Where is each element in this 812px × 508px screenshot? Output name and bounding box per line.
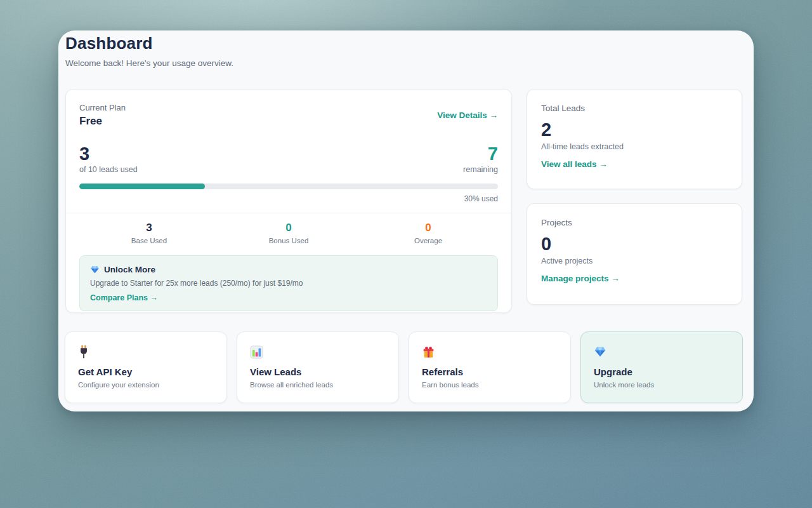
- usage-progress-bar: [79, 184, 498, 189]
- referrals-caption: Earn bonus leads: [422, 381, 558, 389]
- leads-used-caption: of 10 leads used: [79, 165, 138, 174]
- current-plan-card: Current Plan Free View Details → 3 of 10…: [65, 89, 512, 313]
- referrals-card[interactable]: Referrals Earn bonus leads: [409, 331, 571, 403]
- leads-used-value: 3: [79, 144, 138, 163]
- stat-overage-value: 0: [358, 222, 498, 234]
- stat-bonus-used-label: Bonus Used: [219, 237, 358, 244]
- stat-base-used-label: Base Used: [79, 237, 219, 244]
- plan-label: Current Plan: [79, 103, 126, 112]
- unlock-more-banner: Unlock More Upgrade to Starter for 25x m…: [79, 255, 498, 311]
- stat-overage: 0 Overage: [358, 222, 498, 244]
- total-leads-label: Total Leads: [541, 104, 728, 113]
- leads-remaining-caption: remaining: [463, 165, 498, 174]
- get-api-key-title: Get API Key: [78, 366, 214, 377]
- view-details-link[interactable]: View Details →: [437, 110, 498, 120]
- plan-name: Free: [79, 115, 126, 128]
- dashboard-panel: Dashboard Welcome back! Here's your usag…: [58, 30, 754, 411]
- gem-icon: [594, 345, 730, 359]
- compare-plans-link[interactable]: Compare Plans →: [90, 293, 158, 302]
- total-leads-value: 2: [541, 119, 728, 140]
- stat-bonus-used-value: 0: [219, 222, 358, 234]
- manage-projects-link[interactable]: Manage projects →: [541, 274, 620, 283]
- unlock-more-description: Upgrade to Starter for 25x more leads (2…: [90, 279, 487, 288]
- upgrade-caption: Unlock more leads: [594, 381, 730, 389]
- projects-label: Projects: [541, 218, 728, 227]
- stat-bonus-used: 0 Bonus Used: [219, 222, 358, 244]
- page-title: Dashboard: [65, 34, 153, 53]
- view-all-leads-link[interactable]: View all leads →: [541, 159, 608, 169]
- stat-overage-label: Overage: [358, 237, 498, 244]
- stat-base-used-value: 3: [79, 222, 219, 234]
- projects-caption: Active projects: [541, 257, 728, 265]
- unlock-more-title: Unlock More: [104, 265, 155, 274]
- view-leads-title: View Leads: [250, 366, 386, 377]
- get-api-key-caption: Configure your extension: [78, 381, 214, 389]
- referrals-title: Referrals: [422, 366, 558, 377]
- gem-icon: [90, 265, 100, 274]
- total-leads-card: Total Leads 2 All-time leads extracted V…: [527, 89, 742, 189]
- plug-icon: [78, 345, 214, 359]
- leads-remaining-value: 7: [463, 144, 498, 163]
- projects-value: 0: [541, 234, 728, 255]
- bar-chart-icon: [250, 345, 386, 359]
- upgrade-card[interactable]: Upgrade Unlock more leads: [580, 331, 743, 403]
- page-subtitle: Welcome back! Here's your usage overview…: [65, 58, 233, 68]
- plan-card-divider: [66, 213, 511, 213]
- total-leads-caption: All-time leads extracted: [541, 142, 728, 151]
- upgrade-title: Upgrade: [594, 366, 730, 377]
- gift-icon: [422, 345, 558, 359]
- view-leads-caption: Browse all enriched leads: [250, 381, 386, 389]
- percent-used-label: 30% used: [79, 194, 498, 203]
- view-leads-card[interactable]: View Leads Browse all enriched leads: [237, 331, 399, 403]
- usage-stats-row: 3 Base Used 0 Bonus Used 0 Overage: [79, 222, 498, 244]
- stat-base-used: 3 Base Used: [79, 222, 219, 244]
- usage-progress-fill: [79, 184, 205, 189]
- projects-card: Projects 0 Active projects Manage projec…: [527, 203, 742, 305]
- get-api-key-card[interactable]: Get API Key Configure your extension: [65, 331, 227, 403]
